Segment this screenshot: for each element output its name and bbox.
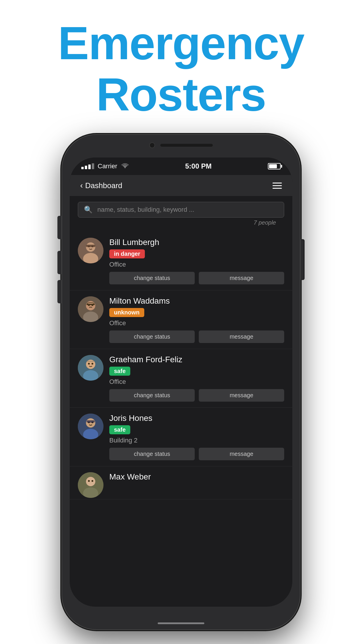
change-status-button[interactable]: change status [109, 389, 195, 402]
person-name: Max Weber [109, 472, 284, 482]
phone-mockup: Carrier 5:00 PM [61, 134, 301, 630]
svg-point-26 [86, 477, 95, 486]
list-item: Max Weber [70, 466, 292, 499]
nav-bar: ‹ Dashboard [70, 175, 292, 196]
svg-rect-24 [87, 420, 95, 423]
person-info: Joris Hones safe Building 2 change statu… [109, 414, 284, 460]
back-label: Dashboard [85, 181, 122, 190]
search-box[interactable]: 🔍 name, status, building, keyword ... [78, 202, 284, 218]
status-time: 5:00 PM [185, 162, 212, 170]
message-button[interactable]: message [199, 272, 284, 284]
svg-point-28 [88, 480, 90, 482]
message-button[interactable]: message [199, 330, 284, 343]
status-badge: unknown [109, 308, 144, 317]
person-actions: change status message [109, 330, 284, 343]
svg-rect-18 [87, 361, 95, 362]
avatar [78, 414, 103, 439]
signal-icon [81, 163, 94, 169]
person-location: Office [109, 319, 284, 327]
avatar [78, 238, 103, 263]
wifi-icon [121, 162, 129, 170]
person-info: Graeham Ford-Feliz safe Office change st… [109, 355, 284, 402]
svg-point-20 [86, 418, 95, 428]
status-bar-left: Carrier [81, 162, 129, 170]
screen-content: Carrier 5:00 PM [70, 158, 292, 607]
person-actions: change status message [109, 272, 284, 284]
message-button[interactable]: message [199, 389, 284, 402]
status-badge: safe [109, 367, 130, 376]
svg-rect-5 [86, 245, 95, 247]
hero-title: Emergency Rosters [0, 18, 362, 120]
status-badge: safe [109, 425, 130, 434]
person-name: Graeham Ford-Feliz [109, 355, 284, 364]
search-input[interactable]: name, status, building, keyword ... [97, 206, 278, 214]
search-container: 🔍 name, status, building, keyword ... 7 … [70, 196, 292, 232]
change-status-button[interactable]: change status [109, 272, 195, 284]
list-item: Bill Lumbergh in danger Office change st… [70, 232, 292, 290]
phone-shell: Carrier 5:00 PM [61, 134, 301, 630]
battery-fill [269, 164, 277, 168]
message-button[interactable]: message [199, 448, 284, 460]
status-bar-right [268, 163, 281, 169]
person-info: Milton Waddams unknown Office change sta… [109, 296, 284, 343]
svg-point-17 [92, 363, 93, 365]
speaker-grille [160, 144, 213, 147]
status-bar: Carrier 5:00 PM [70, 158, 292, 175]
person-info: Max Weber [109, 472, 284, 484]
carrier-label: Carrier [98, 162, 117, 170]
person-name: Joris Hones [109, 414, 284, 423]
status-badge: in danger [109, 249, 145, 258]
home-indicator [158, 622, 204, 624]
person-name: Bill Lumbergh [109, 238, 284, 247]
list-item: Graeham Ford-Feliz safe Office change st… [70, 349, 292, 408]
svg-point-16 [88, 363, 90, 365]
people-list: Bill Lumbergh in danger Office change st… [70, 232, 292, 607]
svg-point-29 [92, 480, 93, 482]
person-info: Bill Lumbergh in danger Office change st… [109, 238, 284, 284]
people-count: 7 people [78, 218, 284, 229]
battery-icon [268, 163, 281, 169]
phone-screen: Carrier 5:00 PM [70, 158, 292, 607]
back-arrow-icon: ‹ [80, 181, 83, 190]
person-actions: change status message [109, 448, 284, 460]
list-item: Milton Waddams unknown Office change sta… [70, 290, 292, 349]
search-icon: 🔍 [84, 206, 93, 214]
person-location: Office [109, 378, 284, 386]
phone-top-notch [149, 142, 213, 148]
person-actions: change status message [109, 389, 284, 402]
person-location: Building 2 [109, 437, 284, 444]
camera-dot [149, 142, 155, 148]
hero-section: Emergency Rosters [0, 0, 362, 120]
list-item: Joris Hones safe Building 2 change statu… [70, 408, 292, 466]
change-status-button[interactable]: change status [109, 330, 195, 343]
menu-button[interactable] [273, 183, 282, 189]
avatar [78, 355, 103, 381]
person-name: Milton Waddams [109, 296, 284, 306]
svg-point-7 [86, 301, 95, 310]
back-button[interactable]: ‹ Dashboard [80, 181, 122, 190]
person-location: Office [109, 261, 284, 268]
change-status-button[interactable]: change status [109, 448, 195, 460]
avatar [78, 472, 103, 498]
avatar [78, 296, 103, 322]
